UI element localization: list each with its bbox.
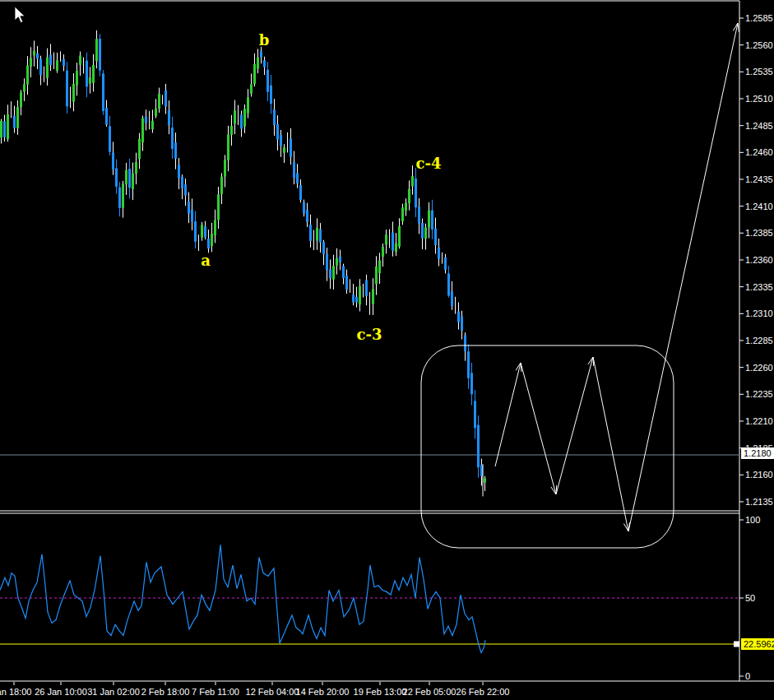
- price-axis-label: 1.2210: [745, 416, 773, 425]
- time-axis-label: 14 Feb 20:00: [296, 688, 350, 697]
- price-axis-label: 1.2235: [745, 390, 773, 399]
- wave-label-a[interactable]: a: [201, 252, 211, 269]
- yellow-line-handle[interactable]: [734, 642, 739, 647]
- projection-drawing[interactable]: [421, 23, 739, 548]
- price-axis-label: 1.2385: [745, 229, 773, 238]
- current-price-tag: 1.2180: [741, 447, 774, 459]
- price-axis-label: 1.2535: [745, 67, 773, 76]
- price-axis-label: 1.2135: [745, 497, 773, 506]
- price-axis-label: 1.2260: [745, 363, 773, 372]
- indicator-value: 22.5962: [744, 639, 774, 649]
- price-axis-label: 1.2160: [745, 471, 773, 480]
- time-axis-label: 12 Feb 04:00: [246, 688, 299, 697]
- price-axis-label: 1.2360: [745, 255, 773, 264]
- current-price-value: 1.2180: [744, 448, 772, 458]
- arrowhead: [738, 23, 739, 32]
- price-axis-label: 1.2310: [745, 309, 773, 318]
- time-axis-label: an 18:00: [0, 688, 31, 697]
- price-axis-label: 1.2285: [745, 336, 773, 345]
- candlesticks: [0, 30, 486, 491]
- projection-rounded-rectangle[interactable]: [421, 345, 674, 548]
- price-axis-label: 1.2335: [745, 282, 773, 291]
- price-axis-label: 1.2485: [745, 121, 773, 130]
- price-axis-label: 1.2435: [745, 174, 773, 183]
- wave-label-b[interactable]: b: [259, 31, 270, 49]
- time-axis-label: 22 Feb 05:00: [403, 688, 457, 697]
- wave-label-c-4[interactable]: c-4: [416, 155, 442, 172]
- mt4-chart-window: 1.25851.25601.25351.25101.24851.24601.24…: [0, 0, 774, 700]
- arrowhead: [628, 522, 629, 531]
- indicator-scale-label: 0: [745, 672, 750, 681]
- price-axis-label: 1.2585: [745, 14, 773, 23]
- mouse-cursor-icon: [15, 7, 25, 23]
- rsi-line: [0, 545, 485, 652]
- wave-label-c-3[interactable]: c-3: [357, 326, 382, 343]
- price-axis-label: 1.2510: [745, 94, 773, 103]
- price-axis-label: 1.2460: [745, 148, 773, 157]
- price-axis-label: 1.2410: [745, 202, 773, 211]
- chart-canvas[interactable]: [0, 0, 774, 700]
- time-axis-label: 2 Feb 18:00: [141, 688, 190, 697]
- indicator-scale-label: 100: [745, 516, 760, 525]
- price-axis-label: 1.2560: [745, 40, 773, 49]
- time-axis-label: 26 Feb 22:00: [457, 688, 510, 697]
- time-axis-label: 26 Jan 10:00: [35, 688, 87, 697]
- time-axis-label: 31 Jan 02:00: [87, 688, 140, 697]
- indicator-value-tag: 22.5962: [741, 638, 774, 650]
- indicator-scale-label: 50: [745, 594, 755, 603]
- time-axis-label: 19 Feb 13:00: [354, 688, 407, 697]
- time-axis-label: 7 Feb 11:00: [192, 688, 239, 697]
